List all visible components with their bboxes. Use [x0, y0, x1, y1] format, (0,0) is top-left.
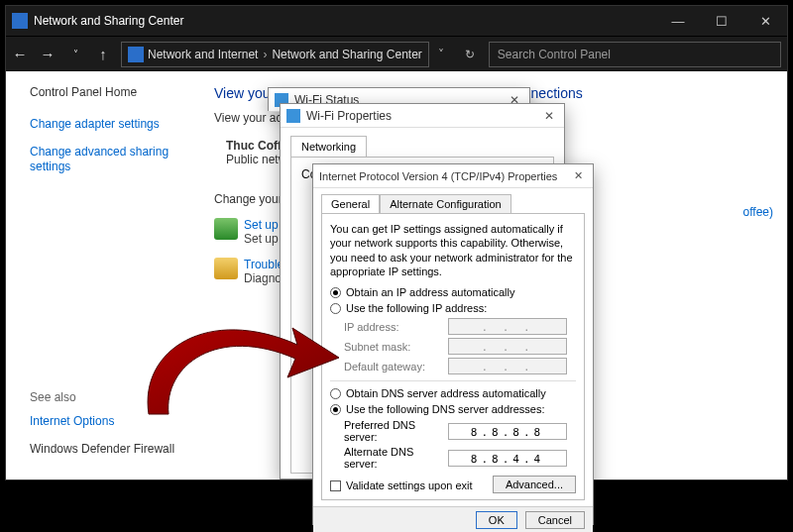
- setup-icon: [214, 218, 238, 240]
- close-icon[interactable]: ✕: [570, 169, 587, 182]
- see-also-internet-options[interactable]: Internet Options: [30, 414, 174, 429]
- search-input[interactable]: Search Control Panel: [489, 42, 781, 67]
- radio-use-ip[interactable]: Use the following IP address:: [330, 302, 576, 314]
- subnet-mask-input: . . .: [448, 338, 567, 355]
- dialog-title: Wi-Fi Properties: [306, 109, 392, 123]
- radio-use-dns[interactable]: Use the following DNS server addresses:: [330, 403, 576, 415]
- radio-icon: [330, 303, 341, 314]
- ip-address-label: IP address:: [344, 321, 448, 333]
- maximize-button[interactable]: ☐: [700, 6, 743, 36]
- cancel-button[interactable]: Cancel: [525, 511, 585, 529]
- see-also-firewall[interactable]: Windows Defender Firewall: [30, 442, 174, 457]
- ok-button[interactable]: OK: [476, 511, 517, 529]
- see-also-header: See also: [30, 390, 174, 404]
- breadcrumb-dropdown-button[interactable]: ˅: [429, 48, 453, 61]
- close-button[interactable]: ✕: [743, 6, 787, 36]
- window-title: Network and Sharing Center: [34, 14, 656, 28]
- tab-alternate-config[interactable]: Alternate Configuration: [380, 194, 511, 214]
- advanced-button[interactable]: Advanced...: [493, 476, 576, 493]
- breadcrumb-item[interactable]: Network and Internet: [148, 48, 258, 61]
- radio-icon: [330, 388, 341, 399]
- ipv4-body: You can get IP settings assigned automat…: [321, 213, 585, 500]
- nav-forward-button[interactable]: →: [34, 41, 61, 68]
- navbar: ← → ˅ ↑ Network and Internet › Network a…: [6, 36, 787, 71]
- ipv4-info-text: You can get IP settings assigned automat…: [330, 222, 576, 278]
- checkbox-icon: [330, 480, 341, 491]
- sidebar-link-sharing[interactable]: Change advanced sharing settings: [30, 145, 194, 174]
- breadcrumb[interactable]: Network and Internet › Network and Shari…: [121, 42, 429, 67]
- subnet-mask-label: Subnet mask:: [344, 341, 448, 353]
- radio-icon: [330, 287, 341, 298]
- radio-icon: [330, 404, 341, 415]
- sidebar: Control Panel Home Change adapter settin…: [6, 71, 194, 479]
- dialog-title: Internet Protocol Version 4 (TCP/IPv4) P…: [319, 170, 557, 182]
- radio-obtain-ip-auto[interactable]: Obtain an IP address automatically: [330, 286, 576, 298]
- refresh-button[interactable]: ↻: [457, 48, 483, 61]
- breadcrumb-icon: [128, 47, 144, 62]
- search-placeholder: Search Control Panel: [498, 48, 611, 61]
- titlebar: Network and Sharing Center — ☐ ✕: [6, 6, 787, 36]
- radio-obtain-dns-auto[interactable]: Obtain DNS server address automatically: [330, 387, 576, 399]
- ip-address-input: . . .: [448, 318, 567, 335]
- ipv4-tabs: General Alternate Configuration: [313, 188, 593, 213]
- network-center-icon: [12, 13, 28, 29]
- minimize-button[interactable]: —: [656, 6, 700, 36]
- tab-networking[interactable]: Networking: [290, 136, 367, 157]
- alternate-dns-label: Alternate DNS server:: [344, 446, 448, 470]
- sidebar-link-adapter[interactable]: Change adapter settings: [30, 117, 194, 132]
- troubleshoot-icon: [214, 258, 238, 279]
- preferred-dns-label: Preferred DNS server:: [344, 419, 448, 443]
- preferred-dns-input[interactable]: 8.8.8.8: [448, 423, 567, 440]
- tab-general[interactable]: General: [321, 194, 380, 213]
- default-gateway-label: Default gateway:: [344, 361, 448, 372]
- see-also-section: See also Internet Options Windows Defend…: [30, 390, 174, 470]
- nav-up-button[interactable]: ↑: [89, 41, 117, 68]
- close-icon[interactable]: ✕: [540, 109, 558, 123]
- connection-link[interactable]: offee): [743, 205, 773, 219]
- validate-checkbox[interactable]: Validate settings upon exit: [330, 479, 473, 491]
- wifi-icon: [286, 109, 300, 123]
- nav-recent-button[interactable]: ˅: [61, 41, 89, 68]
- nav-back-button[interactable]: ←: [6, 41, 34, 68]
- alternate-dns-input[interactable]: 8.8.4.4: [448, 450, 567, 467]
- dialog-actions: OK Cancel: [313, 506, 593, 532]
- default-gateway-input: . . .: [448, 358, 567, 374]
- breadcrumb-item[interactable]: Network and Sharing Center: [272, 48, 421, 61]
- control-panel-home-link[interactable]: Control Panel Home: [30, 85, 194, 99]
- breadcrumb-separator-icon: ›: [263, 48, 267, 61]
- ipv4-properties-dialog[interactable]: Internet Protocol Version 4 (TCP/IPv4) P…: [312, 163, 594, 525]
